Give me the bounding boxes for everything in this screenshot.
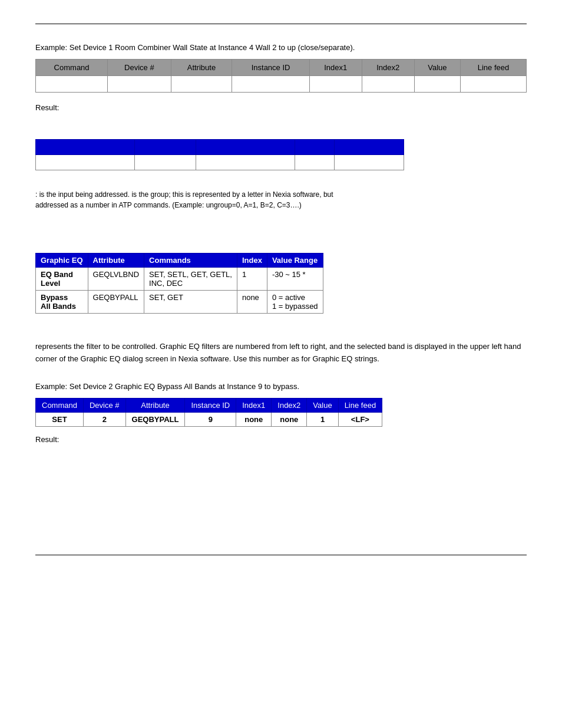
ex2-col-index2: Index2	[272, 398, 307, 412]
ex2-cell-geqbypall: GEQBYPALL	[125, 412, 185, 426]
gray-col-command: Command	[36, 60, 108, 76]
blue-cell-2	[134, 155, 196, 170]
gray-cell-value	[414, 76, 460, 93]
geq-col-index: Index	[237, 253, 267, 268]
top-rule	[35, 24, 527, 24]
blue-cell-5	[335, 155, 404, 170]
blue-col-2	[134, 140, 196, 155]
gray-col-index1: Index1	[309, 60, 362, 76]
gray-cell-attribute	[171, 76, 232, 93]
ex2-cell-none1: none	[236, 412, 272, 426]
ex2-col-command: Command	[36, 398, 84, 412]
ex2-cell-none2: none	[272, 412, 307, 426]
ex2-cell-1: 1	[307, 412, 338, 426]
gray-cell-device	[108, 76, 171, 93]
geq-col-graphic-eq: Graphic EQ	[36, 253, 88, 268]
ex2-cell-set: SET	[36, 412, 84, 426]
info-line2: addressed as a number in ATP commands. (…	[35, 200, 527, 210]
bottom-rule	[35, 555, 527, 555]
geq-cell-value-range-2: 0 = active1 = bypassed	[267, 291, 323, 314]
example2-table: Command Device # Attribute Instance ID I…	[35, 398, 382, 427]
geq-table: Graphic EQ Attribute Commands Index Valu…	[35, 253, 323, 314]
ex2-col-linefeed: Line feed	[338, 398, 382, 412]
blue-cell-4	[295, 155, 334, 170]
ex2-cell-lf: <LF>	[338, 412, 382, 426]
geq-cell-geqbypall: GEQBYPALL	[88, 291, 144, 314]
ex2-col-attribute: Attribute	[125, 398, 185, 412]
blue-col-3	[196, 140, 295, 155]
geq-cell-value-range-1: -30 ~ 15 *	[267, 268, 323, 291]
blue-cell-1	[36, 155, 135, 170]
geq-cell-eq-band-name: EQ BandLevel	[36, 268, 88, 291]
ex2-cell-9: 9	[185, 412, 236, 426]
ex2-cell-2: 2	[83, 412, 125, 426]
ex2-col-value: Value	[307, 398, 338, 412]
info-text-block: : is the input being addressed. is the g…	[35, 189, 527, 210]
geq-cell-index-none: none	[237, 291, 267, 314]
example2-text: Example: Set Device 2 Graphic EQ Bypass …	[35, 382, 527, 391]
geq-cell-geqlvlbnd: GEQLVLBND	[88, 268, 144, 291]
gray-cell-linefeed	[461, 76, 527, 93]
example1-text: Example: Set Device 1 Room Combiner Wall…	[35, 43, 527, 52]
info-line2-text: addressed as a number in ATP commands. (…	[35, 201, 302, 209]
blue-cell-3	[196, 155, 295, 170]
geq-col-value-range: Value Range	[267, 253, 323, 268]
result-label-2: Result:	[35, 435, 527, 444]
geq-row-eq-band: EQ BandLevel GEQLVLBND SET, SETL, GET, G…	[36, 268, 323, 291]
gray-table-row	[36, 76, 527, 93]
blue-col-1	[36, 140, 135, 155]
geq-cell-bypass-name: BypassAll Bands	[36, 291, 88, 314]
blue-result-table	[35, 139, 404, 170]
gray-col-value: Value	[414, 60, 460, 76]
info-line1-text: : is the input being addressed. is the g…	[35, 190, 333, 199]
geq-cell-commands-2: SET, GET	[144, 291, 237, 314]
blue-col-4	[295, 140, 334, 155]
gray-col-index2: Index2	[362, 60, 414, 76]
geq-cell-commands-1: SET, SETL, GET, GETL,INC, DEC	[144, 268, 237, 291]
represents-text: represents the filter to be controlled. …	[35, 341, 527, 365]
gray-col-linefeed: Line feed	[461, 60, 527, 76]
gray-col-instance: Instance ID	[232, 60, 309, 76]
gray-cell-index2	[362, 76, 414, 93]
geq-col-commands: Commands	[144, 253, 237, 268]
blue-table-row	[36, 155, 404, 170]
ex2-col-index1: Index1	[236, 398, 272, 412]
ex2-data-row: SET 2 GEQBYPALL 9 none none 1 <LF>	[36, 412, 382, 426]
geq-cell-index-1: 1	[237, 268, 267, 291]
geq-col-attribute: Attribute	[88, 253, 144, 268]
info-line1: : is the input being addressed. is the g…	[35, 189, 527, 200]
gray-col-device: Device #	[108, 60, 171, 76]
ex2-col-device: Device #	[83, 398, 125, 412]
gray-cell-index1	[309, 76, 362, 93]
blue-col-5	[335, 140, 404, 155]
result-label-1: Result:	[35, 103, 527, 112]
geq-row-bypass: BypassAll Bands GEQBYPALL SET, GET none …	[36, 291, 323, 314]
gray-cell-instance	[232, 76, 309, 93]
ex2-col-instance: Instance ID	[185, 398, 236, 412]
gray-cell-command	[36, 76, 108, 93]
gray-col-attribute: Attribute	[171, 60, 232, 76]
gray-command-table: Command Device # Attribute Instance ID I…	[35, 59, 527, 93]
